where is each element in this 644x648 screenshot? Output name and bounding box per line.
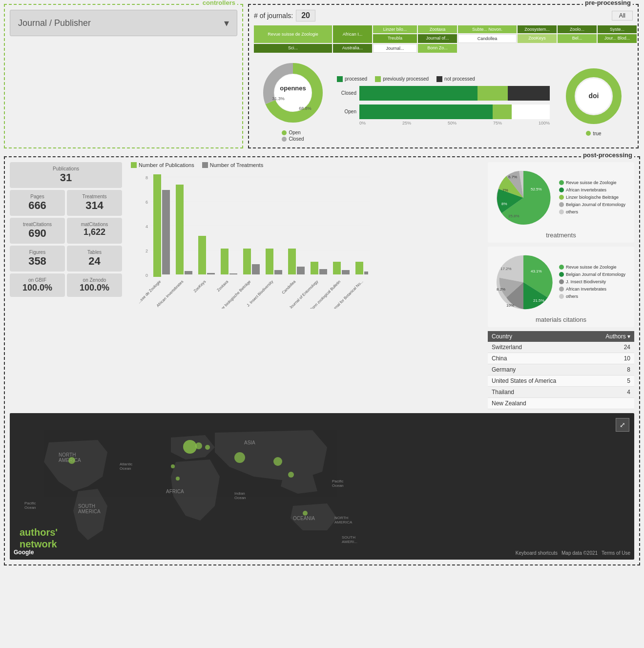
journal-cell-journalof[interactable]: Journal of... bbox=[418, 34, 457, 43]
svg-rect-37 bbox=[297, 267, 305, 274]
map-section: NORTHAMERICA SOUTHAMERICA AFRICA ASIA OC… bbox=[10, 413, 634, 560]
svg-text:6: 6 bbox=[145, 200, 148, 205]
svg-rect-38 bbox=[311, 262, 318, 274]
treat-legend-label: Number of Treatments bbox=[210, 162, 263, 168]
figures-card: Figures 358 bbox=[10, 246, 65, 272]
terms-of-use[interactable]: Terms of Use bbox=[602, 550, 630, 556]
pub-legend-label: Number of Publications bbox=[139, 162, 194, 168]
mat-citations-card: matCitations 1,622 bbox=[67, 218, 122, 244]
journal-cell-jour-blod[interactable]: Jour... Blod... bbox=[598, 34, 637, 43]
svg-text:ZooKeys: ZooKeys bbox=[193, 279, 207, 293]
legend-processed: processed bbox=[345, 76, 367, 82]
journal-count-value: 20 bbox=[296, 10, 315, 21]
open-bar-label: Open bbox=[337, 109, 356, 114]
svg-rect-42 bbox=[355, 262, 363, 274]
svg-text:68.8%: 68.8% bbox=[299, 106, 312, 111]
journal-cell-zootaxa[interactable]: Zootaxa bbox=[418, 25, 457, 33]
legend-not-processed: not processed bbox=[444, 76, 475, 82]
authors-cell: 5 bbox=[589, 376, 634, 387]
svg-text:17.2%: 17.2% bbox=[500, 267, 512, 271]
svg-rect-30 bbox=[221, 249, 229, 274]
svg-rect-28 bbox=[198, 236, 206, 274]
journal-cell-syste[interactable]: Syste... bbox=[598, 25, 637, 33]
table-row: New Zealand bbox=[488, 398, 634, 409]
svg-text:2: 2 bbox=[145, 249, 148, 253]
svg-rect-25 bbox=[162, 190, 170, 274]
authors-cell: 8 bbox=[589, 364, 634, 376]
treatments-label: Treatments bbox=[71, 194, 118, 199]
journal-cell-sci[interactable]: Sci... bbox=[254, 44, 332, 53]
svg-text:6.7%: 6.7% bbox=[508, 175, 517, 179]
map-dot-med bbox=[171, 464, 175, 468]
indian-label: IndianOcean bbox=[234, 491, 246, 500]
treatments-pie-title: treatments bbox=[492, 231, 630, 239]
svg-text:0: 0 bbox=[145, 273, 148, 278]
country-cell: Thailand bbox=[488, 387, 589, 398]
country-cell: Germany bbox=[488, 364, 589, 376]
svg-rect-24 bbox=[153, 174, 161, 277]
keyboard-shortcuts[interactable]: Keyboard shortcuts bbox=[516, 550, 558, 556]
controllers-panel: controllers Journal / Publisher ▾ bbox=[4, 4, 243, 148]
journal-publisher-dropdown[interactable]: Journal / Publisher ▾ bbox=[10, 10, 237, 36]
legend-prev-processed: previously processed bbox=[383, 76, 429, 82]
map-expand-button[interactable]: ⤢ bbox=[616, 418, 629, 432]
svg-text:8.2%: 8.2% bbox=[497, 287, 505, 292]
oceania-label: OCEANIA bbox=[293, 516, 315, 521]
journal-cell-zoolo[interactable]: Zoolo... bbox=[558, 25, 597, 33]
svg-text:21.5%: 21.5% bbox=[533, 298, 544, 303]
journal-count-label: # of journals: bbox=[254, 12, 293, 20]
svg-rect-41 bbox=[342, 270, 350, 274]
journal-cell-revue[interactable]: Revue suisse de Zoologie bbox=[254, 25, 332, 43]
journal-cell-journal2[interactable]: Journal... bbox=[373, 44, 417, 53]
svg-text:doi: doi bbox=[589, 92, 599, 100]
journal-cell-candollea[interactable]: Candollea bbox=[458, 34, 517, 43]
openness-legend: Open Closed bbox=[282, 130, 304, 143]
tab-all[interactable]: All bbox=[612, 11, 633, 21]
table-row: Switzerland24 bbox=[488, 342, 634, 353]
journal-cell-treubla[interactable]: Treubla bbox=[373, 34, 417, 43]
materials-pie-section: 43.1% 21.5% 10% 8.2% 17.2% Revue suisse … bbox=[488, 247, 634, 327]
svg-text:4: 4 bbox=[145, 224, 148, 229]
authors-cell: 24 bbox=[589, 342, 634, 353]
preprocessing-label: pre-processing bbox=[583, 0, 633, 6]
treat-citations-label: treatCitations bbox=[14, 222, 61, 227]
journal-cell-zoosystem[interactable]: Zoosystem... bbox=[518, 25, 557, 33]
figures-label: Figures bbox=[14, 250, 61, 255]
authors-cell bbox=[589, 398, 634, 409]
zenodo-card: on Zenodo 100.0% bbox=[67, 273, 122, 297]
svg-rect-32 bbox=[243, 249, 251, 274]
journal-cell-australia[interactable]: Australia... bbox=[333, 44, 372, 53]
doi-donut-svg: doi bbox=[562, 64, 625, 128]
country-cell: Switzerland bbox=[488, 342, 589, 353]
journal-cell-zookeys[interactable]: ZooKeys bbox=[518, 34, 557, 43]
journal-cell-subte[interactable]: Subte... Novon. bbox=[458, 25, 517, 33]
svg-rect-36 bbox=[288, 249, 296, 274]
processing-bar-chart: processed previously processed not proce… bbox=[337, 76, 550, 125]
svg-rect-33 bbox=[252, 264, 260, 274]
sort-icon: ▾ bbox=[627, 333, 630, 340]
treatments-value: 314 bbox=[71, 199, 118, 212]
svg-rect-39 bbox=[319, 269, 327, 274]
bar-chart-svg: 0 2 4 6 8 0 50 100 150 200 bbox=[131, 172, 370, 309]
asia-label: ASIA bbox=[244, 440, 255, 445]
authors-col-header[interactable]: Authors ▾ bbox=[589, 331, 634, 342]
journal-cell-bel[interactable]: Bel... bbox=[558, 34, 597, 43]
dropdown-label: Journal / Publisher bbox=[18, 18, 91, 28]
country-cell: China bbox=[488, 353, 589, 364]
map-credits: Keyboard shortcuts Map data ©2021 Terms … bbox=[516, 550, 630, 556]
pages-label: Pages bbox=[14, 194, 61, 199]
publications-value: 31 bbox=[14, 171, 118, 184]
svg-rect-26 bbox=[176, 185, 184, 274]
map-dot-aus bbox=[303, 511, 308, 516]
map-dot-asia bbox=[234, 452, 245, 463]
journal-cell-linzer[interactable]: Linzer bilo... bbox=[373, 25, 417, 33]
dropdown-arrow-icon: ▾ bbox=[224, 17, 229, 29]
country-cell: United States of America bbox=[488, 376, 589, 387]
journal-cell-bonnzo[interactable]: Bonn Zo... bbox=[418, 44, 457, 53]
country-col-header[interactable]: Country bbox=[488, 331, 589, 342]
journal-cell-african[interactable]: African I... bbox=[333, 25, 372, 43]
materials-pie-svg: 43.1% 21.5% 10% 8.2% 17.2% bbox=[492, 251, 555, 314]
treatments-legend: Revue suisse de Zoologie African Inverte… bbox=[559, 180, 625, 215]
svg-text:43.1%: 43.1% bbox=[531, 269, 542, 273]
map-dot-china bbox=[273, 457, 282, 466]
